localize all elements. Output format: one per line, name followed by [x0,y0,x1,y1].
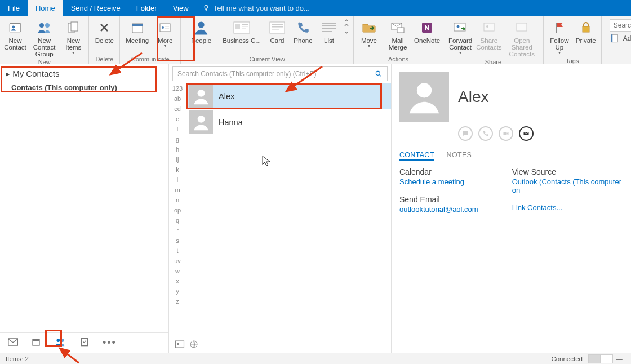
alpha-l[interactable]: l [169,175,186,185]
alpha-ab[interactable]: ab [169,94,186,104]
person-silhouette-icon [193,18,210,37]
more-button[interactable]: More [152,17,178,56]
switch-mail[interactable] [8,338,18,348]
detail-tab-contact[interactable]: CONTACT [399,151,434,161]
address-book-button[interactable]: Address Book [610,33,631,43]
view-business-card-button[interactable]: Business C... [219,17,264,56]
alpha-t[interactable]: t [169,246,186,256]
lock-icon [580,18,592,37]
onenote-icon: N [420,18,434,37]
contact-row-alex[interactable]: Alex [186,83,391,109]
contacts-folder[interactable]: Contacts (This computer only) [0,81,168,94]
email-address-link[interactable]: outlooktutorial@aol.com [399,205,478,214]
ribbon-group-share: Forward Contact Share Contacts Open Shar… [443,16,544,64]
open-shared-contacts-button[interactable]: Open Shared Contacts [503,17,541,59]
contact-row-hanna[interactable]: Hanna [186,109,391,135]
alpha-r[interactable]: r [169,225,186,236]
view-source-link[interactable]: Outlook (Contacts (This computer on [512,177,631,194]
schedule-meeting-link[interactable]: Schedule a meeting [399,177,478,186]
onenote-button[interactable]: N OneNote [414,17,441,56]
svg-rect-12 [165,28,169,28]
action-call[interactable] [478,126,493,141]
my-contacts-header[interactable]: ▸ My Contacts [0,66,168,81]
switch-calendar[interactable] [32,338,41,349]
alpha-g[interactable]: g [169,134,186,144]
contact-list-footer [169,335,391,353]
alpha-z[interactable]: z [169,296,186,307]
alpha-h[interactable]: h [169,144,186,154]
tell-me-search[interactable]: Tell me what you want to do... [197,0,316,16]
view-source-heading: View Source [512,167,631,176]
current-view-more-button[interactable] [342,17,351,56]
people-group-icon [36,18,53,37]
contact-name: Hanna [219,118,243,127]
delete-button[interactable]: Delete [91,17,117,56]
alpha-cd[interactable]: cd [169,104,186,114]
card-footer-icon [175,340,185,349]
svg-point-51 [417,83,432,97]
forward-contact-button[interactable]: Forward Contact [446,17,475,59]
svg-rect-8 [132,24,143,26]
alpha-m[interactable]: m [169,185,186,195]
avatar-icon [189,85,213,108]
view-card-button[interactable]: Card [264,17,290,56]
action-video[interactable] [499,126,513,141]
svg-rect-15 [235,24,240,29]
private-button[interactable]: Private [573,17,599,57]
detail-tab-notes[interactable]: NOTES [447,151,472,161]
view-list-button[interactable]: List [316,17,342,56]
tab-file[interactable]: File [0,0,28,16]
follow-up-button[interactable]: Follow Up [546,17,573,57]
search-contacts-input[interactable]: Search Contacts (This computer only) (Ct… [172,66,388,81]
switch-more[interactable]: ••• [103,337,117,349]
flag-icon [554,18,565,37]
alpha-x[interactable]: x [169,276,186,286]
move-button[interactable]: Move [356,17,382,56]
svg-rect-21 [272,26,283,28]
view-mode-1[interactable] [588,354,601,363]
alpha-123[interactable]: 123 [169,83,186,94]
status-item-count: Items: 2 [6,356,29,362]
search-people-input[interactable] [610,19,631,32]
calendar-small-icon [32,338,41,347]
svg-point-47 [198,116,205,123]
alpha-n[interactable]: n [169,195,186,205]
view-people-button[interactable]: People [183,17,219,56]
alpha-uv[interactable]: uv [169,256,186,266]
view-phone-button[interactable]: Phone [290,17,316,56]
action-email[interactable] [519,126,534,141]
alpha-k[interactable]: k [169,165,186,175]
switch-people[interactable] [54,337,66,349]
svg-rect-19 [270,22,285,33]
alpha-s[interactable]: s [169,236,186,246]
tab-view[interactable]: View [165,0,197,16]
svg-point-34 [486,25,488,28]
svg-rect-48 [176,341,184,348]
meeting-button[interactable]: Meeting [122,17,152,56]
share-contacts-button[interactable]: Share Contacts [475,17,503,59]
new-contact-group-button[interactable]: New Contact Group [28,17,60,59]
alpha-f[interactable]: f [169,124,186,134]
alpha-e[interactable]: e [169,114,186,124]
new-items-button[interactable]: New Items [60,17,86,59]
alpha-q[interactable]: q [169,215,186,225]
alpha-w[interactable]: w [169,266,186,276]
new-contact-button[interactable]: New Contact [2,17,28,59]
alpha-op[interactable]: op [169,205,186,215]
tab-folder[interactable]: Folder [128,0,165,16]
view-mode-3[interactable]: — [613,354,625,363]
svg-rect-23 [322,23,336,24]
business-card-icon [233,18,250,37]
tab-home[interactable]: Home [28,0,63,16]
view-mode-2[interactable] [601,354,613,363]
action-chat[interactable] [458,126,473,141]
switch-tasks[interactable] [80,337,89,349]
svg-point-10 [162,26,164,29]
link-contacts-link[interactable]: Link Contacts... [512,203,631,212]
tab-send-receive[interactable]: Send / Receive [63,0,128,16]
mail-merge-button[interactable]: Mail Merge [382,17,414,56]
svg-point-46 [198,90,205,97]
alpha-ij[interactable]: ij [169,154,186,165]
alpha-y[interactable]: y [169,286,186,296]
alpha-index[interactable]: 123abcdefghijklmnopqrstuvwxyz [169,83,186,335]
